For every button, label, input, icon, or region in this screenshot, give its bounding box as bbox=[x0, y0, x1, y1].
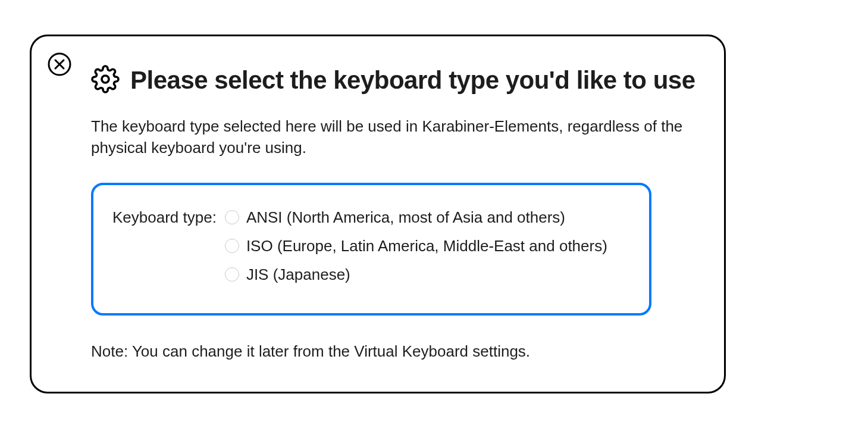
dialog-note: Note: You can change it later from the V… bbox=[91, 341, 700, 362]
radio-icon bbox=[225, 239, 239, 253]
radio-option-ansi[interactable]: ANSI (North America, most of Asia and ot… bbox=[225, 205, 607, 229]
radio-option-jis[interactable]: JIS (Japanese) bbox=[225, 263, 607, 286]
svg-point-3 bbox=[102, 76, 109, 83]
radio-label: ANSI (North America, most of Asia and ot… bbox=[246, 205, 565, 229]
close-icon bbox=[47, 52, 72, 77]
keyboard-type-selection-box: Keyboard type: ANSI (North America, most… bbox=[91, 183, 651, 316]
radio-icon bbox=[225, 267, 239, 282]
keyboard-type-dialog: Please select the keyboard type you'd li… bbox=[30, 35, 726, 393]
close-button[interactable] bbox=[47, 52, 72, 77]
dialog-title: Please select the keyboard type you'd li… bbox=[130, 66, 695, 95]
gear-icon bbox=[91, 65, 120, 96]
radio-icon bbox=[225, 210, 239, 224]
keyboard-type-options: ANSI (North America, most of Asia and ot… bbox=[225, 205, 607, 287]
radio-label: JIS (Japanese) bbox=[246, 263, 350, 286]
radio-option-iso[interactable]: ISO (Europe, Latin America, Middle-East … bbox=[225, 234, 607, 258]
keyboard-type-label: Keyboard type: bbox=[112, 205, 217, 229]
dialog-title-row: Please select the keyboard type you'd li… bbox=[91, 65, 700, 96]
radio-label: ISO (Europe, Latin America, Middle-East … bbox=[246, 234, 607, 258]
dialog-description: The keyboard type selected here will be … bbox=[91, 116, 686, 159]
